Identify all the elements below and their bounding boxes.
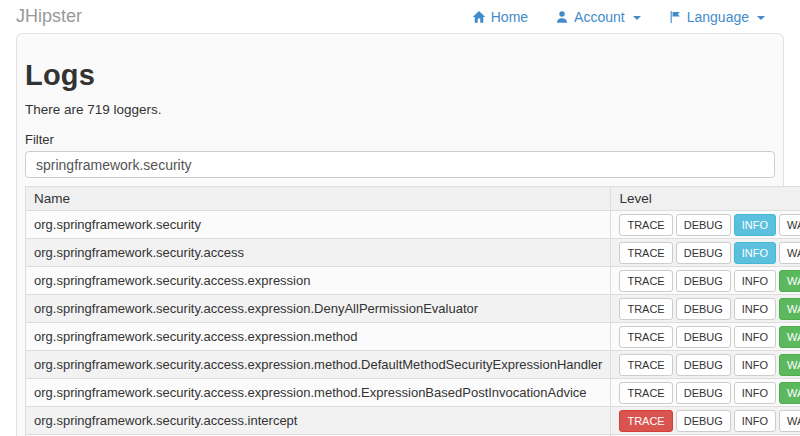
level-button-warn[interactable]: WARN [779, 298, 800, 320]
filter-label: Filter [25, 132, 775, 147]
chevron-down-icon [757, 16, 765, 20]
level-button-warn[interactable]: WARN [779, 214, 800, 236]
logger-name: org.springframework.security.access.expr… [26, 323, 611, 351]
table-row: org.springframework.security.access.expr… [26, 351, 800, 379]
level-button-debug[interactable]: DEBUG [676, 242, 731, 264]
level-buttons: TRACEDEBUGINFOWARNERROR [619, 354, 800, 376]
level-button-debug[interactable]: DEBUG [676, 326, 731, 348]
brand-jhipster[interactable]: JHipster [16, 0, 82, 33]
level-buttons: TRACEDEBUGINFOWARNERROR [619, 270, 800, 292]
level-button-info[interactable]: INFO [734, 354, 776, 376]
level-button-trace[interactable]: TRACE [619, 354, 672, 376]
level-button-debug[interactable]: DEBUG [676, 382, 731, 404]
level-button-debug[interactable]: DEBUG [676, 410, 731, 432]
table-header-row: Name Level [26, 187, 800, 211]
level-button-trace[interactable]: TRACE [619, 214, 672, 236]
level-button-info[interactable]: INFO [734, 326, 776, 348]
table-row: org.springframework.security.access TRAC… [26, 239, 800, 267]
level-button-info[interactable]: INFO [734, 298, 776, 320]
level-button-trace[interactable]: TRACE [619, 270, 672, 292]
logger-name: org.springframework.security.access.expr… [26, 379, 611, 407]
level-button-info[interactable]: INFO [734, 382, 776, 404]
home-icon [472, 10, 486, 24]
logger-name: org.springframework.security [26, 211, 611, 239]
table-row: org.springframework.security.access.inte… [26, 407, 800, 435]
level-button-trace[interactable]: TRACE [619, 382, 672, 404]
level-button-info[interactable]: INFO [734, 410, 776, 432]
level-buttons: TRACEDEBUGINFOWARNERROR [619, 242, 800, 264]
flag-icon [668, 10, 682, 24]
loggers-count-text: There are 719 loggers. [25, 102, 775, 117]
level-buttons: TRACEDEBUGINFOWARNERROR [619, 326, 800, 348]
level-button-debug[interactable]: DEBUG [676, 354, 731, 376]
table-row: org.springframework.security.access.expr… [26, 323, 800, 351]
logger-name: org.springframework.security.access.expr… [26, 267, 611, 295]
level-button-trace[interactable]: TRACE [619, 298, 672, 320]
level-button-trace[interactable]: TRACE [619, 326, 672, 348]
level-button-warn[interactable]: WARN [779, 354, 800, 376]
nav-item-label: Home [491, 9, 528, 25]
level-button-warn[interactable]: WARN [779, 382, 800, 404]
level-button-info[interactable]: INFO [734, 242, 776, 264]
nav-item-language[interactable]: Language [668, 9, 765, 25]
nav-item-account[interactable]: Account [555, 9, 641, 25]
logs-table: Name Level org.springframework.security … [25, 186, 800, 436]
logger-name: org.springframework.security.access.expr… [26, 351, 611, 379]
navbar: JHipster Home Account Language [0, 0, 800, 33]
table-row: org.springframework.security.access.expr… [26, 267, 800, 295]
main-panel: Logs There are 719 loggers. Filter Name … [16, 33, 784, 436]
page-title: Logs [25, 59, 775, 92]
level-button-debug[interactable]: DEBUG [676, 214, 731, 236]
level-buttons: TRACEDEBUGINFOWARNERROR [619, 382, 800, 404]
level-button-warn[interactable]: WARN [779, 270, 800, 292]
navbar-menu: Home Account Language [472, 9, 765, 25]
user-icon [555, 10, 569, 24]
level-button-warn[interactable]: WARN [779, 410, 800, 432]
logs-table-body: org.springframework.security TRACEDEBUGI… [26, 211, 800, 436]
table-row: org.springframework.security.access.expr… [26, 379, 800, 407]
level-button-warn[interactable]: WARN [779, 242, 800, 264]
level-button-debug[interactable]: DEBUG [676, 270, 731, 292]
nav-item-label: Account [574, 9, 625, 25]
logger-name: org.springframework.security.access [26, 239, 611, 267]
level-button-debug[interactable]: DEBUG [676, 298, 731, 320]
level-button-info[interactable]: INFO [734, 270, 776, 292]
level-button-warn[interactable]: WARN [779, 326, 800, 348]
nav-item-label: Language [687, 9, 749, 25]
logger-name: org.springframework.security.access.inte… [26, 407, 611, 435]
level-buttons: TRACEDEBUGINFOWARNERROR [619, 410, 800, 432]
column-header-name: Name [26, 187, 611, 211]
level-button-trace[interactable]: TRACE [619, 242, 672, 264]
level-button-info[interactable]: INFO [734, 214, 776, 236]
table-row: org.springframework.security TRACEDEBUGI… [26, 211, 800, 239]
level-buttons: TRACEDEBUGINFOWARNERROR [619, 298, 800, 320]
logger-name: org.springframework.security.access.expr… [26, 295, 611, 323]
table-row: org.springframework.security.access.expr… [26, 295, 800, 323]
filter-input[interactable] [25, 151, 775, 178]
level-button-trace[interactable]: TRACE [619, 410, 672, 432]
nav-item-home[interactable]: Home [472, 9, 528, 25]
column-header-level: Level [611, 187, 800, 211]
level-buttons: TRACEDEBUGINFOWARNERROR [619, 214, 800, 236]
chevron-down-icon [633, 16, 641, 20]
